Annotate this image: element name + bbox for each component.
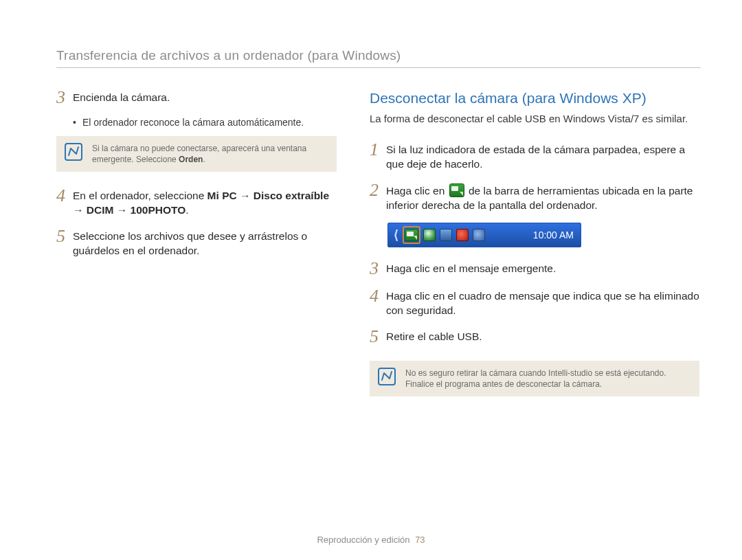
- note-icon: [65, 143, 82, 161]
- right-step-2: 2 Haga clic en de la barra de herramient…: [370, 181, 699, 213]
- step-text: Retire el cable USB.: [386, 328, 482, 346]
- step-number: 2: [370, 181, 386, 213]
- tray-monitor-icon: [440, 229, 452, 241]
- page-header-title: Transferencia de archivos a un ordenador…: [56, 48, 701, 63]
- safely-remove-hardware-icon: [449, 183, 464, 197]
- step-number: 5: [56, 227, 73, 258]
- note-text-bold: Orden: [179, 155, 203, 164]
- tray-shield-icon: [423, 229, 436, 241]
- step4-pre: En el ordenador, seleccione: [73, 190, 207, 201]
- section-intro: La forma de desconectar el cable USB en …: [370, 112, 699, 126]
- right-step-4: 4 Haga clic en el cuadro de mensaje que …: [370, 287, 699, 318]
- highlighted-tray-icon: [403, 226, 420, 244]
- right-step-3: 3 Haga clic en el mensaje emergente.: [370, 260, 699, 278]
- left-step-4: 4 En el ordenador, seleccione Mi PC → Di…: [56, 187, 337, 218]
- note-box-1: Si la cámara no puede conectarse, aparec…: [56, 136, 337, 172]
- right-column: Desconectar la cámara (para Windows XP) …: [370, 89, 699, 412]
- step-text: Haga clic en el cuadro de mensaje que in…: [386, 287, 699, 318]
- note-icon: [378, 368, 396, 385]
- step2-pre: Haga clic en: [386, 185, 448, 197]
- step-text: Seleccione los archivos que desee y arrá…: [73, 227, 337, 258]
- step-text: Si la luz indicadora de estada de la cám…: [386, 141, 699, 172]
- step-number: 4: [56, 187, 73, 218]
- note-text-c: .: [203, 155, 205, 164]
- note-box-2: No es seguro retirar la cámara cuando In…: [370, 361, 699, 396]
- taskbar-clock: 10:00 AM: [533, 229, 574, 240]
- page-footer: Reproducción y edición 73: [0, 535, 742, 545]
- left-step-5: 5 Seleccione los archivos que desee y ar…: [56, 227, 337, 258]
- bullet-item: El ordenador reconoce la cámara automáti…: [73, 116, 337, 129]
- safely-remove-hardware-icon: [405, 229, 418, 241]
- step-number: 1: [370, 141, 386, 172]
- step-text: Haga clic en de la barra de herramientas…: [386, 181, 699, 213]
- step-number: 5: [370, 328, 386, 346]
- section-title: Desconectar la cámara (para Windows XP): [370, 90, 699, 107]
- footer-section: Reproducción y edición: [317, 535, 409, 545]
- step-number: 3: [370, 260, 386, 278]
- left-column: 3 Encienda la cámara. El ordenador recon…: [56, 89, 359, 412]
- tray-volume-icon: [456, 229, 469, 241]
- tray-network-icon: [473, 229, 485, 241]
- left-step-3: 3 Encienda la cámara.: [56, 89, 337, 107]
- right-step-1: 1 Si la luz indicadora de estada de la c…: [370, 141, 699, 172]
- step4-post: .: [186, 204, 188, 216]
- footer-page-number: 73: [415, 535, 425, 545]
- step-text: En el ordenador, seleccione Mi PC → Disc…: [73, 187, 337, 218]
- note-text: No es seguro retirar la cámara cuando In…: [405, 368, 691, 390]
- windows-taskbar-screenshot: ⟨ 10:00 AM: [387, 223, 581, 247]
- step-text: Haga clic en el mensaje emergente.: [386, 260, 556, 278]
- step-number: 4: [370, 287, 386, 318]
- chevron-icon: ⟨: [394, 227, 398, 243]
- two-column-layout: 3 Encienda la cámara. El ordenador recon…: [56, 89, 701, 412]
- right-step-5: 5 Retire el cable USB.: [370, 328, 699, 346]
- step-number: 3: [56, 89, 73, 107]
- left-bullet-list: El ordenador reconoce la cámara automáti…: [73, 116, 337, 129]
- header-rule: [56, 67, 701, 68]
- step-text: Encienda la cámara.: [73, 89, 170, 107]
- page: Transferencia de archivos a un ordenador…: [0, 0, 742, 560]
- note-text: Si la cámara no puede conectarse, aparec…: [92, 143, 328, 165]
